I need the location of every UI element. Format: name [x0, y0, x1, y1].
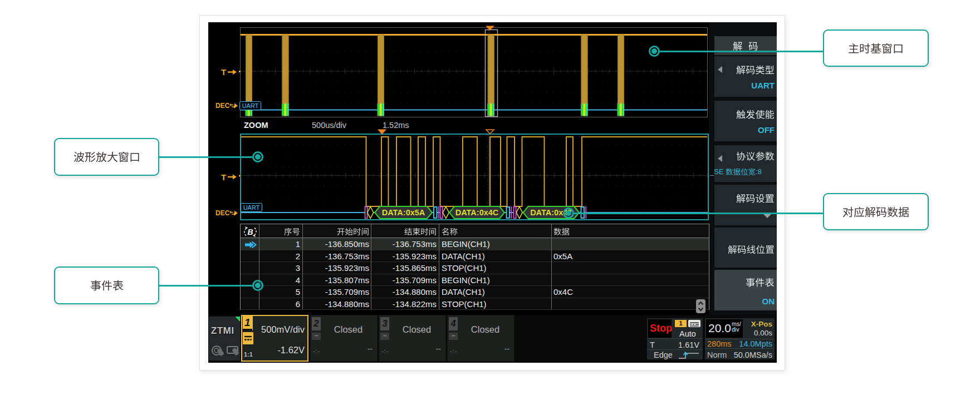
svg-text:B: B	[247, 228, 253, 236]
svg-text:DATA:0x4C: DATA:0x4C	[455, 208, 499, 217]
svg-text:ZOOM: ZOOM	[244, 121, 268, 130]
svg-text:DEC: DEC	[215, 209, 230, 217]
svg-text:500us/div: 500us/div	[312, 121, 347, 130]
svg-text:UART: UART	[243, 204, 260, 211]
svg-text:DEC: DEC	[215, 102, 230, 110]
svg-text:DATA:0x5A: DATA:0x5A	[382, 208, 425, 217]
svg-text:1.52ms: 1.52ms	[383, 121, 409, 130]
svg-text:T: T	[221, 172, 226, 182]
svg-text:T: T	[221, 67, 226, 77]
svg-text:UART: UART	[242, 102, 259, 109]
